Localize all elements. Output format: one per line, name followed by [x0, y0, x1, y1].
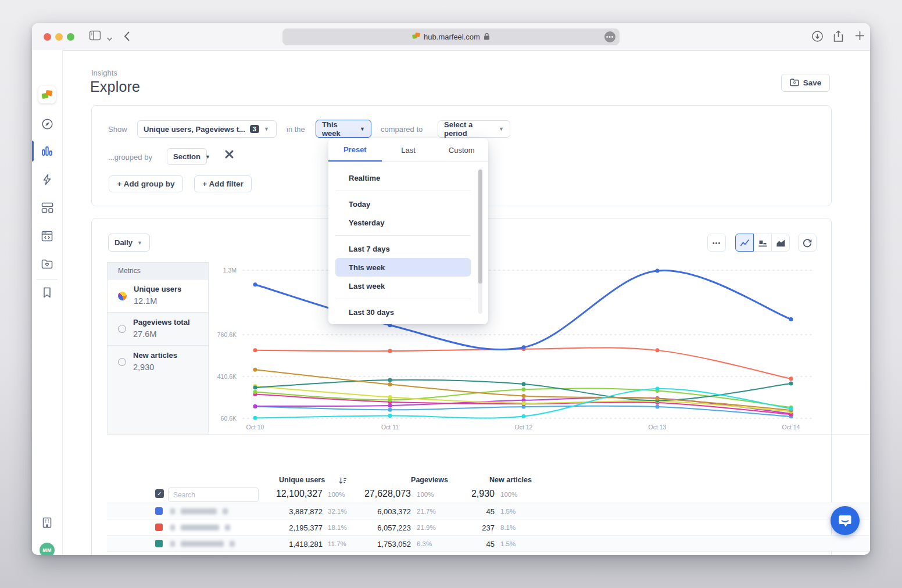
- tab-last[interactable]: Last: [382, 138, 435, 162]
- sort-descending-icon[interactable]: [339, 476, 347, 486]
- new-tab-icon[interactable]: [854, 30, 865, 44]
- compared-to-label: compared to: [381, 125, 423, 134]
- address-bar[interactable]: hub.marfeel.com •••: [282, 28, 620, 45]
- cell-unique-users: 2,195,377: [253, 524, 323, 532]
- table-row[interactable]: 1,418,281 11.7% 1,753,052 6.3% 45 1.5%: [107, 535, 870, 552]
- area-chart-type-button[interactable]: [771, 234, 790, 252]
- menu-scrollbar-thumb[interactable]: [478, 170, 482, 284]
- group-by-select[interactable]: Section ▼: [167, 148, 207, 165]
- menu-item-last-7-days[interactable]: Last 7 days: [328, 239, 488, 258]
- sidebar-item-realtime-lightning-icon[interactable]: [38, 170, 56, 189]
- menu-divider: [335, 235, 471, 236]
- sidebar-divider: [37, 279, 58, 279]
- sidebar-item-explore-compass-icon[interactable]: [38, 114, 56, 133]
- metrics-panel-header: Metrics: [108, 263, 208, 279]
- metric-row-pageviews-total[interactable]: Pageviews total 27.6M: [108, 313, 208, 346]
- share-icon[interactable]: [833, 30, 844, 45]
- metric-row-new-articles[interactable]: New articles 2,930: [108, 346, 208, 378]
- table-row[interactable]: 3,887,872 32.1% 6,003,372 21.7% 45 1.5%: [107, 503, 870, 519]
- multicolor-metric-icon: [118, 292, 127, 300]
- svg-text:Oct 10: Oct 10: [246, 424, 264, 431]
- cell-pageviews: 1,753,052: [335, 540, 411, 548]
- menu-item-realtime[interactable]: Realtime: [328, 168, 488, 187]
- menu-item-last-week[interactable]: Last week: [328, 277, 488, 295]
- menu-divider: [335, 191, 471, 191]
- section-name-redacted: [181, 541, 224, 547]
- granularity-select[interactable]: Daily ▼: [108, 234, 150, 252]
- svg-text:410.6K: 410.6K: [217, 373, 237, 380]
- cell-new-articles: 45: [442, 507, 495, 516]
- tab-custom[interactable]: Custom: [435, 138, 488, 162]
- granularity-value: Daily: [114, 238, 133, 247]
- column-header-unique-users[interactable]: Unique users: [279, 476, 325, 484]
- line-chart-type-button[interactable]: [735, 234, 754, 252]
- row-action-icon-redacted: [225, 525, 230, 530]
- minimize-window-button[interactable]: [55, 33, 63, 41]
- period-select[interactable]: This week ▼: [316, 120, 371, 138]
- total-new-articles-pct: 100%: [500, 491, 517, 498]
- menu-item-today[interactable]: Today: [328, 195, 488, 213]
- active-nav-indicator: [32, 141, 34, 162]
- row-index-redacted: [170, 525, 175, 530]
- table-row[interactable]: 2,195,377 18.1% 6,057,223 21.9% 237 8.1%: [107, 519, 870, 536]
- period-menu-tabs: Preset Last Custom: [328, 138, 488, 162]
- chart-more-options-button[interactable]: •••: [707, 234, 726, 252]
- add-group-by-label: + Add group by: [117, 180, 175, 188]
- metric-name: New articles: [133, 351, 177, 360]
- user-avatar[interactable]: MM: [40, 543, 55, 555]
- ellipsis-icon: •••: [713, 239, 721, 246]
- add-group-by-button[interactable]: + Add group by: [109, 175, 183, 192]
- intercom-chat-button[interactable]: [831, 506, 860, 535]
- series-color-swatch: [155, 524, 163, 531]
- downloads-icon[interactable]: [811, 30, 824, 45]
- page-title: Explore: [90, 78, 140, 95]
- cell-pageviews-pct: 21.9%: [417, 524, 436, 531]
- sidebar-item-site-editor-icon[interactable]: [38, 227, 56, 245]
- tab-preset[interactable]: Preset: [328, 138, 382, 162]
- app-sidebar: MM: [32, 50, 63, 555]
- total-unique-users: 12,100,327: [253, 489, 323, 499]
- select-all-checkbox[interactable]: ✓: [155, 489, 164, 498]
- column-header-new-articles[interactable]: New articles: [441, 476, 532, 484]
- menu-item-yesterday[interactable]: Yesterday: [328, 213, 488, 232]
- zoom-window-button[interactable]: [67, 33, 74, 41]
- column-header-pageviews[interactable]: Pageviews: [353, 476, 448, 484]
- save-button[interactable]: Save: [781, 74, 830, 92]
- chart-table-divider: [107, 434, 870, 435]
- add-filter-button[interactable]: + Add filter: [194, 175, 252, 192]
- compare-period-select[interactable]: Select a period ▼: [438, 120, 510, 138]
- menu-item-this-week[interactable]: This week: [335, 258, 471, 277]
- svg-text:Oct 12: Oct 12: [515, 424, 533, 431]
- search-input[interactable]: [168, 487, 259, 502]
- metric-row-unique-users[interactable]: Unique users 12.1M: [108, 279, 208, 313]
- organization-building-icon[interactable]: [38, 513, 56, 532]
- section-name-redacted: [181, 508, 217, 514]
- chevron-down-icon: ▼: [360, 126, 365, 132]
- table-row[interactable]: 1,159,560 9.6% 1,747,512 6.3% 57 1.9%: [107, 551, 870, 555]
- remove-group-by-icon[interactable]: [224, 149, 234, 162]
- compare-period-value: Select a period: [444, 120, 494, 138]
- chevron-down-icon: ▼: [205, 154, 210, 160]
- cell-new-articles-pct: 1.5%: [500, 540, 516, 547]
- page-settings-icon[interactable]: •••: [604, 31, 615, 42]
- menu-item-last-30-days[interactable]: Last 30 days: [328, 303, 488, 321]
- sidebar-item-insights-chart-icon[interactable]: [38, 142, 56, 160]
- metric-name: Pageviews total: [133, 318, 190, 327]
- sidebar-item-saved-folder-heart-icon[interactable]: [38, 254, 56, 273]
- close-window-button[interactable]: [44, 33, 51, 41]
- menu-divider: [335, 299, 471, 299]
- svg-text:Oct 11: Oct 11: [381, 424, 399, 431]
- sidebar-toggle-icon[interactable]: [89, 30, 101, 43]
- svg-text:Oct 14: Oct 14: [782, 424, 800, 431]
- sidebar-item-dashboards-layout-icon[interactable]: [38, 198, 56, 217]
- bar-chart-type-button[interactable]: [753, 234, 772, 252]
- cell-unique-users: 1,418,281: [253, 540, 323, 548]
- refresh-button[interactable]: [798, 234, 817, 252]
- series-color-swatch: [155, 540, 163, 547]
- sidebar-item-bookmarks-icon[interactable]: [38, 283, 56, 302]
- metrics-select[interactable]: Unique users, Pageviews t... 3 ▼: [137, 120, 277, 138]
- sidebar-chevron-icon[interactable]: [106, 33, 113, 44]
- back-button[interactable]: [124, 31, 130, 44]
- marfeel-logo[interactable]: [38, 86, 56, 103]
- url-text: hub.marfeel.com: [424, 33, 480, 41]
